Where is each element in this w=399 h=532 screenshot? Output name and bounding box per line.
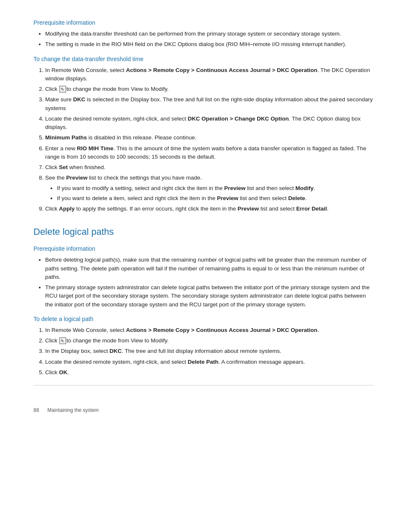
step-1: In Remote Web Console, select Actions > …	[45, 66, 374, 83]
bold-text: Delete	[288, 195, 305, 201]
step-5: Click OK.	[45, 368, 374, 377]
step-7: Click Set when finished.	[45, 163, 374, 172]
page-footer: 88 Maintaining the system	[33, 406, 374, 414]
bold-text: Set	[59, 164, 68, 170]
bold-text: Preview	[238, 206, 259, 212]
bold-text: OK	[59, 369, 67, 375]
bold-text: Actions > Remote Copy > Continuous Acces…	[126, 67, 317, 73]
bold-text: Actions > Remote Copy > Continuous Acces…	[126, 327, 317, 333]
list-item: Modifying the data-transfer threshold ca…	[45, 30, 374, 38]
prereq-list-1: Modifying the data-transfer threshold ca…	[45, 30, 374, 49]
sub-bullet-list: If you want to modify a setting, select …	[57, 184, 374, 203]
list-item: Before deleting logical path(s), make su…	[45, 256, 374, 281]
bold-text: Minimum Paths	[45, 134, 87, 141]
step-5: Minimum Paths is disabled in this releas…	[45, 134, 374, 142]
step-2: Click to change the mode from View to Mo…	[45, 337, 374, 345]
steps-list-1: In Remote Web Console, select Actions > …	[45, 66, 374, 213]
bold-text: Delete Path	[188, 359, 219, 365]
step-3: Make sure DKC is selected in the Display…	[45, 95, 374, 113]
bold-text: Preview	[217, 195, 238, 201]
footer-divider	[33, 385, 374, 386]
bold-text: Modify	[295, 185, 314, 191]
step-3: In the Display box, select DKC. The tree…	[45, 347, 374, 355]
footer-page-number: 88	[33, 406, 39, 414]
procedure-heading-2: To delete a logical path	[33, 315, 374, 324]
steps-list-2: In Remote Web Console, select Actions > …	[45, 326, 374, 377]
bold-text: DKC Operation > Change DKC Option	[188, 116, 289, 122]
list-item: The primary storage system administrator…	[45, 283, 374, 309]
bold-text: RIO MIH Time	[77, 145, 114, 152]
prereq-list-2: Before deleting logical path(s), make su…	[45, 256, 374, 309]
step-8: See the Preview list to check the settin…	[45, 174, 374, 203]
step-9: Click Apply to apply the settings. If an…	[45, 205, 374, 213]
list-item: The setting is made in the RIO MIH field…	[45, 40, 374, 49]
step-4: Locate the desired remote system, right-…	[45, 358, 374, 366]
bold-text: DKC	[110, 348, 122, 354]
edit-icon	[59, 337, 66, 344]
prereq-heading-2: Prerequisite information	[33, 244, 374, 253]
step-1: In Remote Web Console, select Actions > …	[45, 326, 374, 334]
procedure-heading-1: To change the data-transfer threshold ti…	[33, 55, 374, 64]
edit-icon	[59, 86, 66, 93]
section-main-heading: Delete logical paths	[33, 225, 374, 239]
bold-text: Preview	[66, 175, 87, 181]
bold-text: Apply	[59, 206, 75, 212]
step-6: Enter a new RIO MIH Time. This is the am…	[45, 144, 374, 162]
bold-text: Preview	[224, 185, 246, 191]
bold-text: Error Detail	[296, 206, 327, 212]
sub-list-item: If you want to modify a setting, select …	[57, 184, 374, 193]
step-2: Click to change the mode from View to Mo…	[45, 85, 374, 93]
bold-text: DKC	[73, 96, 85, 103]
step-4: Locate the desired remote system, right-…	[45, 115, 374, 132]
prereq-heading-1: Prerequisite information	[33, 18, 374, 27]
footer-section-title: Maintaining the system	[47, 406, 99, 414]
sub-list-item: If you want to delete a item, select and…	[57, 194, 374, 203]
